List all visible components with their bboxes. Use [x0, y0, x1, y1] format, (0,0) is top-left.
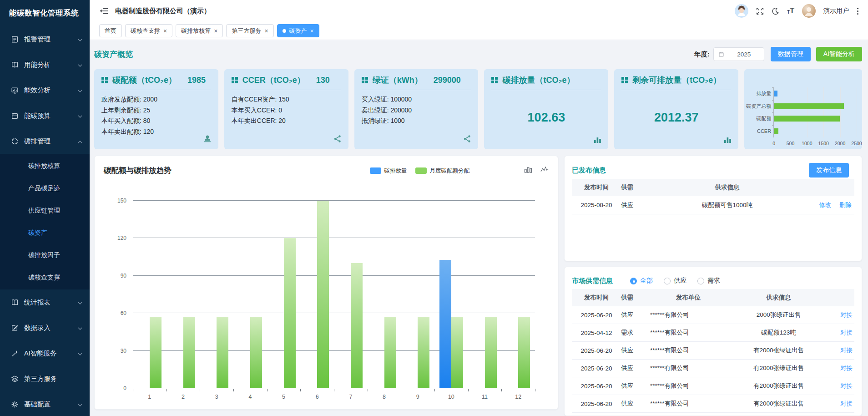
trend-month-band: 4	[233, 201, 267, 388]
share-icon[interactable]	[463, 134, 472, 145]
chart-legend: 碳排放量 月度碳配额分配	[370, 167, 470, 175]
connect-link[interactable]: 对接	[840, 365, 853, 371]
bar-chart-icon[interactable]	[593, 135, 602, 145]
sidebar-item-ai-service[interactable]: AI智能服务	[0, 340, 90, 366]
trend-month-band: 6	[300, 201, 334, 388]
card-remaining: 剩余可排放量（tCO₂e） 2012.37	[614, 69, 738, 149]
card-big-value: 2012.37	[654, 111, 699, 125]
dark-mode-icon[interactable]	[772, 7, 779, 15]
app-title: 能碳数智化管理系统	[0, 0, 90, 26]
sidebar-item-efficiency[interactable]: 能效分析	[0, 77, 90, 103]
assistant-avatar[interactable]	[735, 4, 748, 18]
x-axis-label: 6	[300, 394, 334, 400]
connect-link[interactable]: 对接	[840, 382, 853, 389]
bar-chart-icon[interactable]	[723, 135, 732, 145]
year-label: 年度:	[694, 50, 710, 59]
publish-button[interactable]: 发布信息	[809, 163, 849, 178]
tab-verification-support[interactable]: 碳核查支撑×	[125, 24, 172, 37]
trend-month-band: 12	[501, 201, 535, 388]
mini-bar-row: CCER	[774, 125, 857, 138]
supply-type: 供应	[621, 201, 650, 209]
chart-type-toggles	[524, 166, 549, 175]
legend-emission[interactable]: 碳排放量	[370, 167, 407, 175]
sidebar-item-carbon-manage[interactable]: 碳排管理	[0, 128, 90, 154]
allocation-bar	[518, 317, 530, 388]
tab-home[interactable]: 首页	[99, 24, 122, 37]
sidebar-subitem-emission-accounting[interactable]: 碳排放核算	[0, 155, 90, 177]
allocation-bar	[451, 317, 463, 388]
y-axis-tick: 0	[123, 385, 126, 391]
sidebar-item-stats-report[interactable]: 统计报表	[0, 289, 90, 315]
user-avatar[interactable]	[802, 4, 816, 18]
card-big-value: 102.63	[528, 111, 565, 125]
legend-swatch-green	[415, 167, 427, 174]
sidebar-item-alarm[interactable]: 报警管理	[0, 26, 90, 52]
trend-month-band: 2	[167, 201, 200, 388]
card-title: 碳排放量（tCO₂e）	[502, 75, 575, 86]
menu-collapse-icon[interactable]	[100, 7, 108, 15]
edit-link[interactable]: 修改	[819, 202, 831, 208]
legend-allocation[interactable]: 月度碳配额分配	[415, 167, 470, 175]
share-icon[interactable]	[333, 134, 342, 145]
data-manage-button[interactable]: 数据管理	[771, 47, 811, 61]
sidebar-item-settings[interactable]: 基础配置	[0, 391, 90, 416]
active-dot-icon	[283, 29, 286, 33]
published-panel: 已发布信息 发布信息 发布时间 供需 供求信息 2025-08-20 供应 碳配…	[564, 156, 862, 261]
x-axis-tickmark	[133, 389, 133, 391]
sidebar-item-label: 能碳预算	[24, 112, 50, 120]
close-icon[interactable]: ×	[310, 28, 314, 34]
mini-category-label: 碳配额	[745, 115, 771, 122]
allocation-bar	[284, 238, 296, 388]
connect-link[interactable]: 对接	[840, 347, 853, 354]
sidebar-subitem-emission-factor[interactable]: 碳排放因子	[0, 244, 90, 266]
mini-x-axis-tick: 500	[787, 141, 795, 146]
alarm-report-icon	[11, 36, 19, 43]
font-size-icon[interactable]: TT	[787, 7, 794, 15]
radio-all[interactable]: 全部	[630, 277, 653, 285]
sidebar-item-third-party[interactable]: 第三方服务	[0, 366, 90, 391]
x-axis-tickmark	[468, 389, 469, 391]
third-party-icon	[11, 375, 19, 383]
sidebar-menu: 报警管理 用能分析 能效分析 能碳预算 碳排管理 碳排放核算 产品碳足迹 供应链	[0, 26, 90, 416]
sidebar-item-budget[interactable]: 能碳预算	[0, 103, 90, 128]
mini-bar	[774, 116, 839, 122]
connect-link[interactable]: 对接	[840, 329, 853, 336]
fullscreen-icon[interactable]	[756, 7, 764, 15]
tab-carbon-asset[interactable]: 碳资产×	[277, 24, 319, 37]
market-table-header: 发布时间 供需 发布单位 供求信息	[572, 289, 854, 306]
connect-link[interactable]: 对接	[840, 400, 853, 407]
tab-emission-accounting[interactable]: 碳排放核算×	[176, 24, 223, 37]
sidebar-subitem-product-footprint[interactable]: 产品碳足迹	[0, 177, 90, 199]
close-icon[interactable]: ×	[264, 28, 268, 34]
bar-chart-toggle-icon[interactable]	[524, 166, 532, 175]
delete-link[interactable]: 删除	[839, 202, 852, 208]
sidebar-item-energy-analysis[interactable]: 用能分析	[0, 52, 90, 77]
sidebar-subitem-verification-support[interactable]: 碳核查支撑	[0, 266, 90, 289]
mini-x-axis-tick: 2000	[835, 141, 845, 146]
market-row: 2025-06-20 供应 ******有限公司 有2000张绿证出售 对接	[572, 377, 854, 395]
year-input[interactable]: 2025	[713, 47, 764, 61]
emission-bar	[439, 260, 451, 388]
sidebar-item-label: 碳排管理	[24, 137, 50, 146]
close-icon[interactable]: ×	[214, 28, 217, 34]
market-row: 2025-06-20 供应 ******有限公司 2000张绿证出售 对接	[572, 306, 854, 324]
ai-service-icon	[11, 350, 19, 357]
x-axis-label: 1	[133, 394, 167, 400]
market-panel: 市场供需信息 全部 供应 需求 发布时间 供需 发布单位 供求信息	[564, 267, 862, 416]
sidebar-item-label: 报警管理	[24, 35, 50, 44]
sidebar-subitem-supply-chain[interactable]: 供应链管理	[0, 199, 90, 222]
radio-supply[interactable]: 供应	[664, 277, 686, 285]
sidebar-item-label: 基础配置	[24, 400, 50, 409]
line-chart-toggle-icon[interactable]	[540, 166, 549, 175]
ai-analysis-button[interactable]: AI智能分析	[816, 47, 862, 61]
connect-link[interactable]: 对接	[840, 311, 853, 318]
close-icon[interactable]: ×	[163, 28, 167, 34]
mini-y-tickmark	[772, 87, 774, 88]
stamp-icon[interactable]	[203, 134, 212, 145]
x-axis-label: 8	[368, 394, 401, 400]
sidebar-item-data-entry[interactable]: 数据录入	[0, 315, 90, 340]
sidebar-subitem-carbon-asset[interactable]: 碳资产	[0, 222, 90, 244]
tab-third-party[interactable]: 第三方服务×	[226, 24, 273, 37]
more-icon[interactable]	[857, 7, 859, 15]
radio-demand[interactable]: 需求	[697, 277, 720, 285]
